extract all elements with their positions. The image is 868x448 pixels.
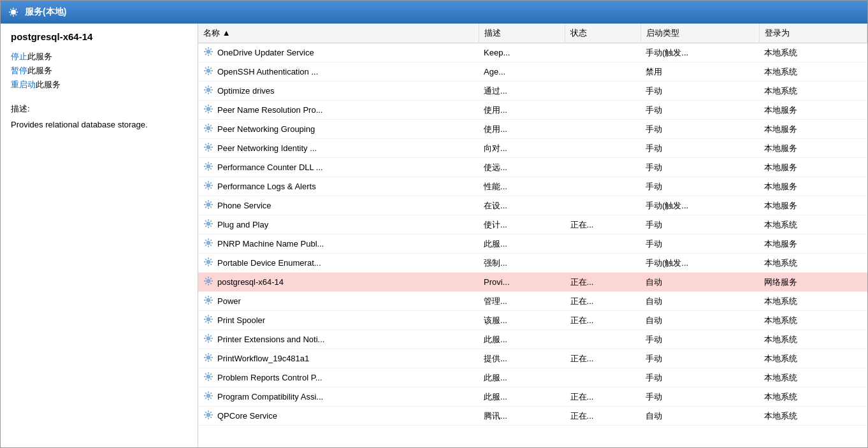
table-row[interactable]: Plug and Play使计...正在...手动本地系统 xyxy=(198,215,867,235)
service-status-cell xyxy=(565,177,640,196)
service-status-cell xyxy=(565,139,640,158)
service-startup-cell: 手动 xyxy=(640,387,759,407)
service-name-text: Problem Reports Control P... xyxy=(217,373,322,382)
gear-icon xyxy=(203,180,213,192)
header-name[interactable]: 名称 ▲ xyxy=(198,24,479,43)
service-startup-cell: 手动 xyxy=(640,349,759,368)
table-row[interactable]: PrintWorkflow_19c481a1提供...正在...手动本地系统 xyxy=(198,349,867,368)
service-status-cell xyxy=(565,330,640,349)
svg-point-33 xyxy=(207,337,210,340)
gear-icon xyxy=(203,333,213,345)
title-bar-icon xyxy=(7,6,20,18)
service-desc-cell: 此服... xyxy=(479,368,565,387)
gear-icon xyxy=(203,238,213,250)
gear-icon xyxy=(203,142,213,154)
table-row[interactable]: OneDrive Updater ServiceKeep...手动(触发...本… xyxy=(198,43,867,62)
table-row[interactable]: Print Spooler该服...正在...自动本地系统 xyxy=(198,311,867,330)
table-row[interactable]: Phone Service在设...手动(触发...本地服务 xyxy=(198,196,867,215)
table-row[interactable]: postgresql-x64-14Provi...正在...自动网络服务 xyxy=(198,273,867,292)
service-desc-cell: 使远... xyxy=(479,158,565,177)
pause-link-wrapper: 暂停此服务 xyxy=(11,65,187,76)
service-startup-cell: 手动 xyxy=(640,215,759,235)
table-row[interactable]: Portable Device Enumerat...强制...手动(触发...… xyxy=(198,254,867,273)
table-row[interactable]: Power管理...正在...自动本地系统 xyxy=(198,292,867,311)
header-status[interactable]: 状态 xyxy=(565,24,640,43)
gear-icon xyxy=(203,276,213,288)
service-desc-cell: 向对... xyxy=(479,139,565,158)
header-login[interactable]: 登录为 xyxy=(759,24,867,43)
service-login-cell: 本地系统 xyxy=(759,215,867,235)
service-name-text: Peer Name Resolution Pro... xyxy=(217,105,322,115)
table-row[interactable]: Peer Networking Grouping使用...手动本地服务 xyxy=(198,120,867,139)
service-status-cell xyxy=(565,101,640,120)
service-desc-cell: 腾讯... xyxy=(479,407,565,426)
svg-point-7 xyxy=(207,89,210,91)
table-row[interactable]: Printer Extensions and Noti...此服...手动本地系… xyxy=(198,330,867,349)
table-row[interactable]: Problem Reports Control P...此服...手动本地系统 xyxy=(198,368,867,387)
service-desc-cell: 在设... xyxy=(479,196,565,215)
svg-point-31 xyxy=(207,318,210,321)
restart-link-wrapper: 重启动此服务 xyxy=(11,79,187,90)
table-row[interactable]: Peer Networking Identity ...向对...手动本地服务 xyxy=(198,139,867,158)
service-desc-cell: 使用... xyxy=(479,101,565,120)
sort-indicator: ▲ xyxy=(222,28,231,38)
service-login-cell: 本地系统 xyxy=(759,82,867,101)
service-status-cell: 正在... xyxy=(565,387,640,407)
service-status-cell: 正在... xyxy=(565,349,640,368)
action-links: 停止此服务 暂停此服务 重启动此服务 xyxy=(11,51,187,90)
service-status-cell xyxy=(565,235,640,254)
svg-point-29 xyxy=(207,299,210,301)
table-row[interactable]: Performance Counter DLL ...使远...手动本地服务 xyxy=(198,158,867,177)
service-name-cell: Portable Device Enumerat... xyxy=(198,254,364,272)
restart-suffix: 此服务 xyxy=(36,80,61,89)
table-wrapper[interactable]: 名称 ▲ 描述 状态 启动类型 登录为 OneDrive Updater Ser… xyxy=(198,24,867,447)
service-startup-cell: 禁用 xyxy=(640,62,759,82)
service-startup-cell: 自动 xyxy=(640,407,759,426)
header-desc[interactable]: 描述 xyxy=(479,24,565,43)
gear-icon xyxy=(203,295,213,307)
gear-icon xyxy=(203,199,213,212)
service-login-cell: 本地服务 xyxy=(759,120,867,139)
title-bar: 服务(本地) xyxy=(1,1,867,24)
service-desc-cell: 使用... xyxy=(479,120,565,139)
table-row[interactable]: OpenSSH Authentication ...Age...禁用本地系统 xyxy=(198,62,867,82)
service-login-cell: 本地服务 xyxy=(759,101,867,120)
pause-suffix: 此服务 xyxy=(27,66,52,75)
service-name-text: Printer Extensions and Noti... xyxy=(217,335,324,344)
service-desc-cell: Age... xyxy=(479,62,565,82)
gear-icon xyxy=(203,314,213,326)
table-row[interactable]: Program Compatibility Assi...此服...正在...手… xyxy=(198,387,867,407)
service-name-text: PrintWorkflow_19c481a1 xyxy=(217,354,309,363)
service-startup-cell: 手动(触发... xyxy=(640,254,759,273)
header-startup[interactable]: 启动类型 xyxy=(640,24,759,43)
service-login-cell: 本地系统 xyxy=(759,292,867,311)
table-row[interactable]: Performance Logs & Alerts性能...手动本地服务 xyxy=(198,177,867,196)
service-name-cell: Plug and Play xyxy=(198,215,364,234)
service-login-cell: 本地系统 xyxy=(759,43,867,62)
service-name-cell: Program Compatibility Assi... xyxy=(198,387,364,406)
service-startup-cell: 手动 xyxy=(640,101,759,120)
service-name-text: Program Compatibility Assi... xyxy=(217,392,323,401)
stop-link-wrapper: 停止此服务 xyxy=(11,51,187,62)
table-row[interactable]: Optimize drives通过...手动本地系统 xyxy=(198,82,867,101)
table-row[interactable]: Peer Name Resolution Pro...使用...手动本地服务 xyxy=(198,101,867,120)
gear-icon xyxy=(203,66,213,78)
service-login-cell: 本地服务 xyxy=(759,177,867,196)
service-login-cell: 本地系统 xyxy=(759,254,867,273)
table-row[interactable]: QPCore Service腾讯...正在...自动本地系统 xyxy=(198,407,867,426)
service-name-cell: Printer Extensions and Noti... xyxy=(198,330,364,349)
svg-point-3 xyxy=(207,50,210,53)
service-desc-cell: 强制... xyxy=(479,254,565,273)
gear-icon xyxy=(203,123,213,135)
service-status-cell xyxy=(565,254,640,273)
restart-service-link[interactable]: 重启动 xyxy=(11,80,36,89)
service-desc-cell: 使计... xyxy=(479,215,565,235)
pause-service-link[interactable]: 暂停 xyxy=(11,66,27,75)
service-desc-cell: 该服... xyxy=(479,311,565,330)
table-row[interactable]: PNRP Machine Name Publ...此服...手动本地服务 xyxy=(198,235,867,254)
gear-icon xyxy=(203,391,213,403)
service-status-cell xyxy=(565,82,640,101)
stop-service-link[interactable]: 停止 xyxy=(11,52,27,61)
service-startup-cell: 手动 xyxy=(640,177,759,196)
service-name-cell: Phone Service xyxy=(198,196,364,215)
